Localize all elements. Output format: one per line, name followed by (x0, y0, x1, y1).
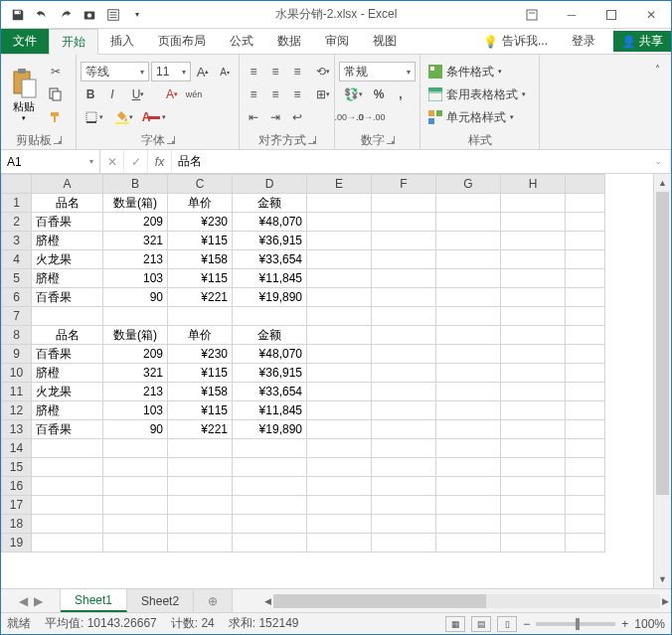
row-header[interactable]: 16 (2, 477, 32, 496)
cell[interactable] (436, 364, 501, 383)
col-header[interactable]: G (436, 175, 501, 194)
font-name-select[interactable]: 等线▾ (81, 62, 149, 81)
shrink-font-icon[interactable]: A▾ (215, 62, 235, 81)
cell[interactable] (566, 326, 605, 345)
cell[interactable]: ¥115 (168, 364, 233, 383)
tab-review[interactable]: 审阅 (313, 29, 361, 54)
cell[interactable] (436, 326, 501, 345)
cell[interactable]: 213 (103, 250, 168, 269)
cell[interactable]: ¥33,654 (233, 383, 307, 401)
cell[interactable] (233, 458, 307, 477)
align-top-icon[interactable]: ≡ (244, 62, 263, 81)
cell[interactable]: 金额 (233, 326, 307, 345)
row-header[interactable]: 2 (2, 213, 32, 232)
comma-icon[interactable]: , (391, 84, 411, 104)
cell[interactable]: 百香果 (32, 213, 103, 232)
cell[interactable] (307, 232, 372, 250)
cell[interactable] (436, 477, 501, 496)
scroll-down-icon[interactable]: ▼ (654, 570, 671, 588)
cell[interactable]: ¥19,890 (233, 420, 307, 439)
cell[interactable] (307, 288, 372, 307)
merge-icon[interactable]: ⊞▾ (309, 84, 337, 104)
cell[interactable]: ¥19,890 (233, 288, 307, 307)
cell[interactable] (566, 250, 605, 269)
col-header[interactable]: E (307, 175, 372, 194)
cell[interactable] (307, 194, 372, 213)
cell[interactable] (436, 250, 501, 269)
cell[interactable]: 103 (103, 269, 168, 288)
cell-styles-button[interactable]: 单元格样式▾ (424, 107, 530, 127)
col-header[interactable]: C (168, 175, 233, 194)
cell[interactable] (566, 213, 605, 232)
cell[interactable] (501, 345, 566, 364)
border-icon[interactable]: ▾ (81, 107, 108, 127)
cell[interactable] (501, 401, 566, 420)
fx-icon[interactable]: fx (148, 150, 172, 173)
sheet-tab-2[interactable]: Sheet2 (127, 589, 194, 612)
cell[interactable] (372, 477, 436, 496)
cell[interactable] (436, 458, 501, 477)
cell[interactable] (436, 439, 501, 458)
row-header[interactable]: 10 (2, 364, 32, 383)
cell[interactable]: 213 (103, 383, 168, 401)
cell[interactable] (233, 477, 307, 496)
cell[interactable] (372, 213, 436, 232)
cell[interactable] (307, 458, 372, 477)
zoom-out-icon[interactable]: − (523, 617, 530, 631)
cell[interactable] (436, 496, 501, 515)
cell[interactable]: 90 (103, 288, 168, 307)
cell[interactable]: ¥158 (168, 250, 233, 269)
cell[interactable] (566, 496, 605, 515)
align-right-icon[interactable]: ≡ (287, 84, 307, 104)
cell[interactable] (307, 383, 372, 401)
font-case-icon[interactable]: A▾ (162, 84, 182, 104)
ribbon-options-icon[interactable] (512, 1, 552, 29)
cell[interactable] (436, 194, 501, 213)
cell[interactable]: 百香果 (32, 345, 103, 364)
cell[interactable] (566, 515, 605, 534)
cell[interactable] (372, 439, 436, 458)
cell[interactable] (32, 458, 103, 477)
cell[interactable] (566, 458, 605, 477)
row-header[interactable]: 7 (2, 307, 32, 326)
cell[interactable] (501, 250, 566, 269)
form-icon[interactable] (102, 4, 124, 26)
camera-icon[interactable] (79, 4, 100, 26)
cell[interactable]: ¥230 (168, 345, 233, 364)
cell[interactable]: 单价 (168, 326, 233, 345)
cell[interactable] (436, 288, 501, 307)
formula-input[interactable]: 品名 (172, 150, 647, 173)
cell[interactable] (501, 534, 566, 553)
cell[interactable]: ¥230 (168, 213, 233, 232)
cell[interactable] (307, 439, 372, 458)
tab-insert[interactable]: 插入 (98, 29, 146, 54)
cell[interactable] (436, 515, 501, 534)
cancel-formula-icon[interactable]: ✕ (100, 150, 124, 173)
cell[interactable]: ¥36,915 (233, 364, 307, 383)
cell[interactable] (501, 383, 566, 401)
spreadsheet-grid[interactable]: ABCDEFGH1品名数量(箱)单价金额2百香果209¥230¥48,0703脐… (1, 174, 653, 588)
zoom-level[interactable]: 100% (634, 617, 665, 631)
cell[interactable] (436, 420, 501, 439)
increase-indent-icon[interactable]: ⇥ (265, 107, 285, 127)
col-header[interactable] (566, 175, 605, 194)
row-header[interactable]: 15 (2, 458, 32, 477)
cell[interactable] (566, 477, 605, 496)
tell-me[interactable]: 💡告诉我... (471, 33, 560, 50)
cell[interactable] (103, 307, 168, 326)
font-color-icon[interactable]: A▾ (140, 107, 168, 127)
normal-view-icon[interactable]: ▦ (445, 616, 465, 632)
align-bottom-icon[interactable]: ≡ (287, 62, 307, 81)
cell[interactable]: ¥115 (168, 401, 233, 420)
cell[interactable]: 321 (103, 232, 168, 250)
cell[interactable] (233, 515, 307, 534)
scroll-right-icon[interactable]: ▶ (662, 592, 669, 610)
tab-view[interactable]: 视图 (361, 29, 409, 54)
row-header[interactable]: 5 (2, 269, 32, 288)
align-middle-icon[interactable]: ≡ (265, 62, 285, 81)
cell[interactable] (566, 288, 605, 307)
add-sheet-button[interactable]: ⊕ (194, 589, 233, 612)
cell[interactable] (501, 194, 566, 213)
row-header[interactable]: 14 (2, 439, 32, 458)
cell[interactable] (372, 420, 436, 439)
